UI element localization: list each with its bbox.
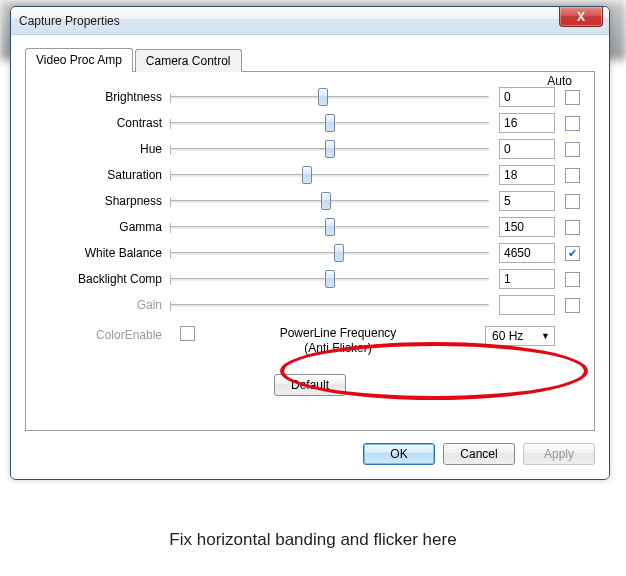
color-enable-label: ColorEnable bbox=[40, 326, 170, 342]
tabstrip: Video Proc Amp Camera Control bbox=[25, 47, 595, 71]
powerline-frequency-dropdown[interactable]: 60 Hz ▼ bbox=[485, 326, 555, 346]
slider-value-input[interactable] bbox=[499, 217, 555, 237]
color-enable-row: ColorEnable PowerLine Frequency (Anti Fl… bbox=[40, 326, 580, 364]
auto-checkbox[interactable] bbox=[565, 90, 580, 105]
client-area: Video Proc Amp Camera Control Auto Brigh… bbox=[11, 35, 609, 479]
slider-value-input[interactable] bbox=[499, 191, 555, 211]
color-enable-checkbox[interactable] bbox=[180, 326, 195, 341]
slider-row: Saturation bbox=[40, 162, 580, 188]
slider-label: Brightness bbox=[40, 90, 170, 104]
slider-value-input[interactable] bbox=[499, 113, 555, 133]
auto-checkbox[interactable] bbox=[565, 220, 580, 235]
slider-row: Sharpness bbox=[40, 188, 580, 214]
auto-checkbox[interactable] bbox=[565, 194, 580, 209]
slider-row: Hue bbox=[40, 136, 580, 162]
slider-value-input[interactable] bbox=[499, 165, 555, 185]
caption-text: Fix horizontal banding and flicker here bbox=[0, 530, 626, 550]
auto-checkbox[interactable] bbox=[565, 246, 580, 261]
slider-value-input[interactable] bbox=[499, 139, 555, 159]
slider-track[interactable] bbox=[170, 114, 489, 132]
cancel-button[interactable]: Cancel bbox=[443, 443, 515, 465]
close-icon: X bbox=[577, 10, 585, 24]
slider-thumb[interactable] bbox=[302, 166, 312, 184]
slider-track[interactable] bbox=[170, 244, 489, 262]
slider-row: Gamma bbox=[40, 214, 580, 240]
slider-label: Contrast bbox=[40, 116, 170, 130]
auto-checkbox bbox=[565, 298, 580, 313]
close-button[interactable]: X bbox=[559, 7, 603, 27]
slider-row: White Balance bbox=[40, 240, 580, 266]
slider-thumb[interactable] bbox=[325, 218, 335, 236]
slider-thumb[interactable] bbox=[325, 114, 335, 132]
slider-label: Backlight Comp bbox=[40, 272, 170, 286]
slider-row: Contrast bbox=[40, 110, 580, 136]
slider-track[interactable] bbox=[170, 192, 489, 210]
slider-row: Backlight Comp bbox=[40, 266, 580, 292]
slider-label: Gamma bbox=[40, 220, 170, 234]
tab-video-proc-amp[interactable]: Video Proc Amp bbox=[25, 48, 133, 72]
titlebar[interactable]: Capture Properties X bbox=[11, 7, 609, 35]
tab-camera-control[interactable]: Camera Control bbox=[135, 49, 242, 72]
default-button[interactable]: Default bbox=[274, 374, 346, 396]
slider-thumb[interactable] bbox=[321, 192, 331, 210]
slider-value-input bbox=[499, 295, 555, 315]
slider-track bbox=[170, 296, 489, 314]
slider-value-input[interactable] bbox=[499, 243, 555, 263]
auto-checkbox[interactable] bbox=[565, 116, 580, 131]
slider-label: White Balance bbox=[40, 246, 170, 260]
slider-label: Gain bbox=[40, 298, 170, 312]
slider-track[interactable] bbox=[170, 218, 489, 236]
slider-track[interactable] bbox=[170, 166, 489, 184]
slider-label: Sharpness bbox=[40, 194, 170, 208]
tab-panel: Auto BrightnessContrastHueSaturationShar… bbox=[25, 71, 595, 431]
slider-value-input[interactable] bbox=[499, 87, 555, 107]
slider-row: Brightness bbox=[40, 84, 580, 110]
ok-button[interactable]: OK bbox=[363, 443, 435, 465]
slider-value-input[interactable] bbox=[499, 269, 555, 289]
auto-checkbox[interactable] bbox=[565, 142, 580, 157]
slider-label: Hue bbox=[40, 142, 170, 156]
slider-thumb[interactable] bbox=[325, 270, 335, 288]
slider-label: Saturation bbox=[40, 168, 170, 182]
powerline-value: 60 Hz bbox=[492, 329, 523, 343]
slider-thumb[interactable] bbox=[325, 140, 335, 158]
slider-track[interactable] bbox=[170, 270, 489, 288]
chevron-down-icon: ▼ bbox=[541, 331, 550, 341]
window-title: Capture Properties bbox=[19, 14, 120, 28]
capture-properties-dialog: Capture Properties X Video Proc Amp Came… bbox=[10, 6, 610, 480]
slider-track[interactable] bbox=[170, 140, 489, 158]
auto-checkbox[interactable] bbox=[565, 272, 580, 287]
dialog-buttons: OK Cancel Apply bbox=[25, 443, 595, 465]
auto-column-header: Auto bbox=[547, 74, 572, 88]
auto-checkbox[interactable] bbox=[565, 168, 580, 183]
slider-row: Gain bbox=[40, 292, 580, 318]
slider-track[interactable] bbox=[170, 88, 489, 106]
slider-thumb[interactable] bbox=[334, 244, 344, 262]
slider-thumb[interactable] bbox=[318, 88, 328, 106]
powerline-frequency-label: PowerLine Frequency (Anti Flicker) bbox=[195, 326, 481, 356]
apply-button[interactable]: Apply bbox=[523, 443, 595, 465]
